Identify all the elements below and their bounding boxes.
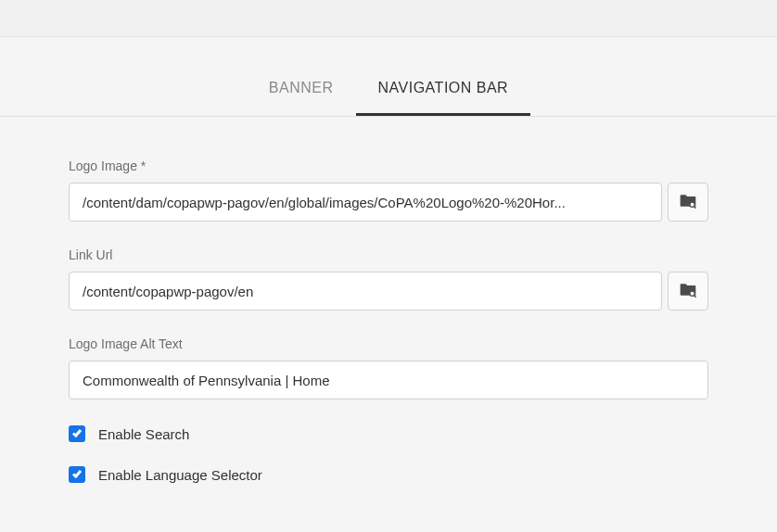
tabs-container: BANNER NAVIGATION BAR: [0, 37, 777, 117]
link-url-label: Link Url: [69, 247, 708, 262]
form-panel: Logo Image * Link Url Logo Image Alt Tex…: [0, 117, 777, 483]
logo-image-input[interactable]: [69, 183, 662, 222]
check-icon: [71, 425, 83, 442]
tab-navigation-bar[interactable]: NAVIGATION BAR: [356, 63, 531, 116]
link-url-browse-button[interactable]: [668, 272, 708, 310]
svg-line-1: [694, 206, 696, 208]
alt-text-field-group: Logo Image Alt Text: [69, 336, 708, 399]
logo-image-label: Logo Image *: [69, 158, 708, 173]
enable-language-label: Enable Language Selector: [98, 467, 262, 483]
enable-search-checkbox[interactable]: [69, 425, 85, 442]
alt-text-input[interactable]: [69, 361, 708, 399]
enable-language-checkbox[interactable]: [69, 466, 85, 483]
folder-search-icon: [679, 192, 697, 213]
enable-search-row: Enable Search: [69, 425, 708, 442]
check-icon: [71, 466, 83, 483]
svg-line-3: [694, 295, 696, 297]
link-url-field-group: Link Url: [69, 247, 708, 310]
svg-point-2: [690, 291, 694, 296]
top-header-bar: [0, 0, 777, 37]
folder-search-icon: [679, 281, 697, 302]
enable-language-row: Enable Language Selector: [69, 466, 708, 483]
logo-image-field-group: Logo Image *: [69, 158, 708, 222]
enable-search-label: Enable Search: [98, 426, 189, 442]
tab-banner[interactable]: BANNER: [247, 63, 356, 116]
link-url-input[interactable]: [69, 272, 662, 310]
alt-text-label: Logo Image Alt Text: [69, 336, 708, 351]
logo-image-browse-button[interactable]: [668, 183, 708, 222]
svg-point-0: [690, 202, 694, 207]
